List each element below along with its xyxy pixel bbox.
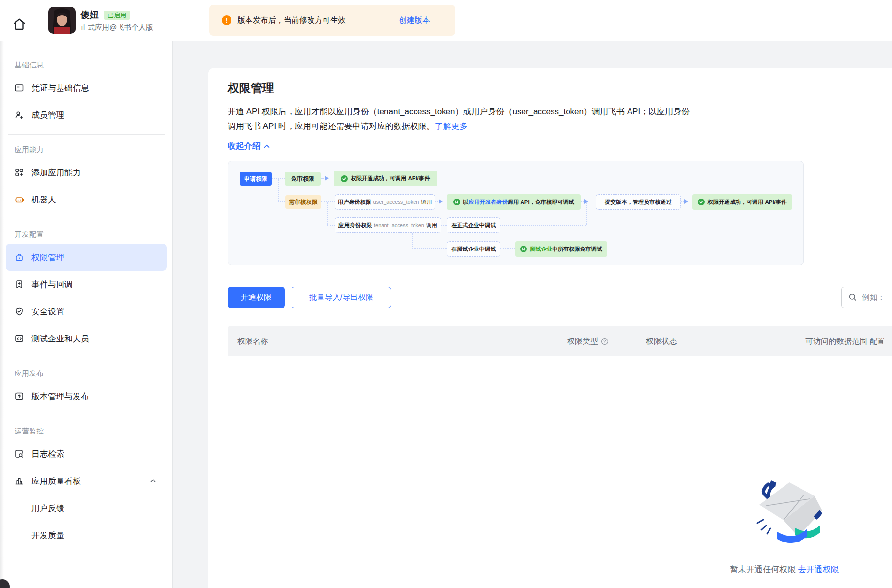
flow-tenant-call: 调用 xyxy=(426,222,437,229)
create-version-link[interactable]: 创建版本 xyxy=(399,15,430,25)
batch-import-export-button[interactable]: 批量导入/导出权限 xyxy=(292,287,391,308)
empty-state-text: 暂未开通任何权限 xyxy=(730,565,796,574)
flow-test-debug-box: 在测试企业中调试 xyxy=(447,241,500,257)
sidebar-item-add-capability[interactable]: 添加应用能力 xyxy=(6,159,167,186)
sidebar-item-security[interactable]: 安全设置 xyxy=(6,298,167,325)
flow-no-review-tag: 免审权限 xyxy=(285,172,321,186)
sidebar-section-basic-info: 基础信息 xyxy=(0,56,172,74)
app-window: 傻妞 已启用 正式应用@飞书个人版 ! 版本发布后，当前修改方可生效 创建版本 … xyxy=(0,0,892,588)
sidebar-item-test-corp[interactable]: 测试企业和人员 xyxy=(6,325,167,352)
flow-connector xyxy=(321,178,324,179)
sidebar-item-bot[interactable]: 机器人 xyxy=(6,186,167,213)
column-permission-status: 权限状态 xyxy=(646,326,677,356)
flow-user-identity-box: 用户身份权限 user_access_token 调用 xyxy=(335,194,435,210)
flow-formal-debug-box: 在正式企业中调试 xyxy=(447,217,500,233)
sidebar: 基础信息 凭证与基础信息 成员管理 应用能力 xyxy=(0,41,173,588)
event-callback-icon xyxy=(15,279,24,289)
shield-check-icon xyxy=(15,307,24,316)
app-name: 傻妞 xyxy=(80,9,99,21)
flow-test-free-box: 测试企业中所有权限免审调试 xyxy=(515,241,607,257)
flow-tenant-bold: 应用身份权限 xyxy=(338,222,372,229)
flow-connector xyxy=(586,202,587,225)
sidebar-item-label: 凭证与基础信息 xyxy=(31,82,89,93)
sidebar-item-label: 事件与回调 xyxy=(31,279,73,290)
flow-dev-prefix: 以 xyxy=(463,199,469,205)
sidebar-divider xyxy=(8,416,165,416)
sidebar-item-members[interactable]: 成员管理 xyxy=(6,101,167,128)
flow-dev-debug-box: 以应用开发者身份调用 API，免审核即可调试 xyxy=(447,194,581,210)
sidebar-divider xyxy=(8,134,165,135)
sidebar-item-label: 版本管理与发布 xyxy=(31,391,89,402)
sidebar-item-label: 测试企业和人员 xyxy=(31,333,89,344)
flow-connector xyxy=(412,248,447,249)
top-header: 傻妞 已启用 正式应用@飞书个人版 ! 版本发布后，当前修改方可生效 创建版本 xyxy=(0,0,892,41)
flow-connector xyxy=(327,202,328,225)
header-divider xyxy=(34,19,34,30)
sidebar-item-permissions[interactable]: 权限管理 xyxy=(6,244,167,271)
test-corp-link[interactable]: 测试企业 xyxy=(530,246,552,252)
status-badge: 已启用 xyxy=(104,11,130,20)
flow-arrow xyxy=(439,199,443,204)
sidebar-item-label: 机器人 xyxy=(31,194,56,205)
sidebar-item-quality-dashboard[interactable]: 应用质量看板 xyxy=(6,467,167,495)
sidebar-item-dev-quality[interactable]: 开发质量 xyxy=(6,522,167,549)
credential-icon xyxy=(15,83,24,93)
go-open-permission-link[interactable]: 去开通权限 xyxy=(798,565,839,574)
flow-user-token: user_access_token xyxy=(373,199,419,205)
empty-state-illustration xyxy=(741,470,826,547)
sidebar-section-monitoring: 运营监控 xyxy=(0,422,172,440)
sidebar-item-events[interactable]: 事件与回调 xyxy=(6,271,167,298)
open-permission-button[interactable]: 开通权限 xyxy=(228,287,285,308)
add-capability-icon xyxy=(15,168,24,177)
collapse-intro-label: 收起介绍 xyxy=(228,140,261,152)
flow-success-text: 权限开通成功，可调用 API/事件 xyxy=(351,175,430,182)
home-button[interactable] xyxy=(11,15,28,33)
robot-icon xyxy=(15,195,24,204)
chevron-up-icon[interactable] xyxy=(149,477,157,485)
flow-formal-debug-text: 在正式企业中调试 xyxy=(451,222,496,229)
flow-dev-suffix: 调用 API，免审核即可调试 xyxy=(508,199,574,205)
sidebar-item-version-release[interactable]: 版本管理与发布 xyxy=(6,383,167,410)
search-input[interactable] xyxy=(861,293,892,302)
check-circle-icon xyxy=(341,175,348,182)
permission-flow-diagram: 申请权限 免审权限 权限开通成功，可调用 API/事件 需审核权限 用户身份权限… xyxy=(228,161,804,265)
flow-test-free-suffix: 中所有权限免审调试 xyxy=(552,246,602,252)
page-description-line2: 调用飞书 API 时，应用可能还需要申请对应的数据权限。了解更多 xyxy=(228,119,468,134)
sidebar-divider xyxy=(8,219,165,219)
column-permission-name: 权限名称 xyxy=(237,326,268,356)
flow-connector xyxy=(278,179,279,202)
sidebar-item-label: 添加应用能力 xyxy=(31,167,81,178)
page-description-line1: 开通 API 权限后，应用才能以应用身份（tenant_access_token… xyxy=(228,105,690,119)
flow-connector xyxy=(412,233,413,249)
app-avatar xyxy=(48,7,76,34)
learn-more-link[interactable]: 了解更多 xyxy=(435,122,468,131)
sidebar-item-user-feedback[interactable]: 用户反馈 xyxy=(6,495,167,522)
flow-tenant-token: tenant_access_token xyxy=(374,222,424,228)
flow-submit-text: 提交版本，管理员审核通过 xyxy=(605,199,672,206)
version-warning-banner: ! 版本发布后，当前修改方可生效 创建版本 xyxy=(209,5,455,36)
sidebar-section-capabilities: 应用能力 xyxy=(0,140,172,159)
sidebar-item-label: 开发质量 xyxy=(31,530,64,541)
flow-connector xyxy=(581,201,584,202)
release-arrow-icon xyxy=(15,391,24,401)
column-data-scope: 可访问的数据范围 配置 xyxy=(805,326,885,356)
column-permission-type: 权限类型 xyxy=(567,326,609,356)
flow-connector xyxy=(327,225,335,226)
collapse-intro-link[interactable]: 收起介绍 xyxy=(228,140,270,152)
log-search-icon xyxy=(15,449,24,459)
developer-identity-link[interactable]: 应用开发者身份 xyxy=(469,199,508,205)
sidebar-item-log-search[interactable]: 日志检索 xyxy=(6,440,167,467)
flow-success-text-2: 权限开通成功，可调用 API/事件 xyxy=(707,199,787,206)
member-add-icon xyxy=(15,110,24,120)
flow-user-call: 调用 xyxy=(421,199,432,206)
sidebar-item-credentials[interactable]: 凭证与基础信息 xyxy=(6,74,167,101)
check-circle-icon xyxy=(698,199,705,205)
flow-success-box: 权限开通成功，可调用 API/事件 xyxy=(334,171,437,186)
content-card: 权限管理 开通 API 权限后，应用才能以应用身份（tenant_access_… xyxy=(208,68,892,588)
flow-test-debug-text: 在测试企业中调试 xyxy=(451,246,496,253)
flow-connector xyxy=(500,248,515,249)
help-icon[interactable] xyxy=(601,338,609,345)
app-subtitle: 正式应用@飞书个人版 xyxy=(80,23,153,32)
permission-search-box[interactable] xyxy=(841,287,892,308)
flow-connector xyxy=(435,201,438,202)
